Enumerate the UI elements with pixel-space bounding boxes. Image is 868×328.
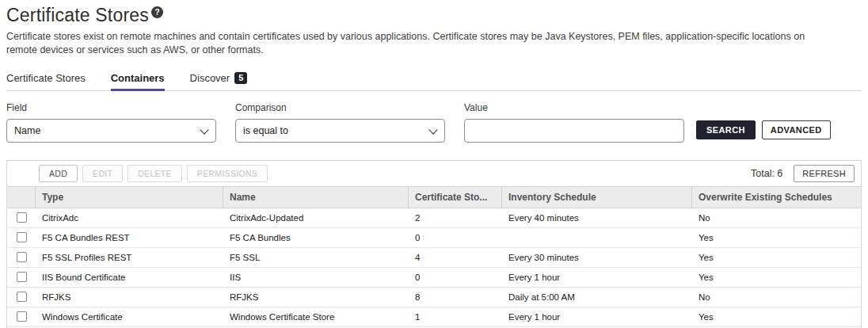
column-header[interactable]: Inventory Schedule: [502, 187, 692, 208]
tab-label: Containers: [111, 72, 165, 84]
table-header: TypeNameCertificate Sto...Inventory Sche…: [7, 186, 861, 208]
page-description: Certificate stores exist on remote machi…: [6, 30, 838, 57]
comparison-label: Comparison: [235, 102, 445, 113]
cell-name: RFJKS: [223, 288, 409, 307]
cell-type: RFJKS: [36, 288, 223, 307]
cell-overwrite: Yes: [692, 268, 861, 287]
discover-count-badge: 5: [234, 72, 247, 84]
tab-bar: Certificate Stores Containers Discover 5: [6, 68, 862, 91]
grid-toolbar: ADD EDIT DELETE PERMISSIONS Total: 6 REF…: [7, 161, 861, 186]
row-checkbox[interactable]: [17, 292, 27, 302]
value-group: Value: [464, 102, 684, 143]
row-checkbox[interactable]: [17, 232, 27, 242]
table-body: CitrixAdcCitrixAdc-Updated2Every 40 minu…: [7, 208, 861, 327]
cell-count: 0: [409, 268, 502, 287]
cell-type: F5 SSL Profiles REST: [36, 248, 223, 267]
comparison-group: Comparison is equal to: [235, 102, 445, 143]
cell-name: F5 CA Bundles: [223, 228, 409, 247]
value-label: Value: [464, 102, 684, 113]
cell-schedule: Every 1 hour: [502, 268, 692, 287]
row-checkbox[interactable]: [17, 252, 27, 262]
field-label: Field: [6, 102, 216, 113]
cell-count: 2: [409, 208, 502, 227]
cell-schedule: Daily at 5:00 AM: [502, 288, 692, 307]
certificate-stores-grid: ADD EDIT DELETE PERMISSIONS Total: 6 REF…: [6, 160, 862, 328]
column-header[interactable]: Certificate Sto...: [409, 187, 502, 208]
column-header[interactable]: Type: [36, 187, 223, 208]
title-row: Certificate Stores ?: [6, 5, 862, 26]
row-checkbox-cell: [7, 307, 36, 326]
cell-count: 8: [409, 288, 502, 307]
cell-schedule: Every 1 hour: [502, 307, 692, 326]
field-select[interactable]: Name: [6, 119, 216, 143]
cell-name: F5 SSL: [223, 248, 409, 267]
table-row[interactable]: Windows CertificateWindows Certificate S…: [7, 307, 861, 327]
page-title: Certificate Stores: [6, 5, 149, 26]
search-button[interactable]: SEARCH: [696, 120, 756, 139]
row-checkbox[interactable]: [17, 272, 27, 282]
cell-count: 4: [409, 248, 502, 267]
column-header[interactable]: Overwrite Existing Schedules: [692, 187, 861, 208]
row-checkbox-cell: [7, 208, 36, 227]
cell-type: F5 CA Bundles REST: [36, 228, 223, 247]
help-icon[interactable]: ?: [151, 6, 163, 18]
tab-label: Certificate Stores: [6, 72, 86, 84]
column-header[interactable]: Name: [223, 187, 409, 208]
cell-overwrite: Yes: [692, 248, 861, 267]
row-checkbox-cell: [7, 288, 36, 307]
cell-type: IIS Bound Certificate: [36, 268, 223, 287]
value-input[interactable]: [464, 119, 684, 143]
cell-overwrite: No: [692, 288, 861, 307]
field-select-wrap: Name: [6, 119, 216, 143]
permissions-button[interactable]: PERMISSIONS: [187, 165, 268, 182]
cell-name: Windows Certificate Store: [223, 307, 409, 326]
field-group: Field Name: [6, 102, 216, 143]
row-checkbox-cell: [7, 228, 36, 247]
tab-containers[interactable]: Containers: [111, 68, 165, 90]
cell-name: CitrixAdc-Updated: [223, 208, 409, 227]
cell-schedule: [502, 228, 692, 247]
table-row[interactable]: CitrixAdcCitrixAdc-Updated2Every 40 minu…: [7, 208, 861, 228]
tab-discover[interactable]: Discover 5: [190, 68, 248, 90]
cell-type: Windows Certificate: [36, 307, 223, 326]
total-count: Total: 6: [751, 168, 782, 179]
table-row[interactable]: RFJKSRFJKS8Daily at 5:00 AMNo: [7, 288, 861, 307]
edit-button[interactable]: EDIT: [82, 165, 123, 182]
row-checkbox[interactable]: [17, 311, 27, 322]
tab-certificate-stores[interactable]: Certificate Stores: [6, 68, 86, 90]
refresh-button[interactable]: REFRESH: [794, 165, 855, 182]
row-checkbox-cell: [7, 248, 36, 267]
cell-schedule: Every 30 minutes: [502, 248, 692, 267]
cell-type: CitrixAdc: [36, 208, 223, 227]
add-button[interactable]: ADD: [39, 165, 78, 182]
cell-overwrite: Yes: [692, 307, 861, 326]
row-checkbox[interactable]: [17, 212, 27, 223]
advanced-button[interactable]: ADVANCED: [762, 120, 831, 139]
comparison-select[interactable]: is equal to: [235, 119, 445, 143]
search-filters: Field Name Comparison is equal to Value …: [6, 102, 862, 143]
cell-count: 0: [409, 228, 502, 247]
cell-overwrite: No: [692, 208, 861, 227]
header-checkbox-cell: [7, 187, 36, 208]
delete-button[interactable]: DELETE: [128, 165, 182, 182]
cell-name: IIS: [223, 268, 409, 287]
table-row[interactable]: F5 SSL Profiles RESTF5 SSL4Every 30 minu…: [7, 248, 861, 268]
comparison-select-wrap: is equal to: [235, 119, 445, 143]
table-row[interactable]: IIS Bound CertificateIIS0Every 1 hourYes: [7, 268, 861, 288]
table-row[interactable]: F5 CA Bundles RESTF5 CA Bundles0Yes: [7, 228, 861, 248]
row-checkbox-cell: [7, 268, 36, 287]
cell-overwrite: Yes: [692, 228, 861, 247]
cell-schedule: Every 40 minutes: [502, 208, 692, 227]
page: Certificate Stores ? Certificate stores …: [0, 0, 868, 328]
tab-label: Discover: [190, 72, 230, 84]
cell-count: 1: [409, 307, 502, 326]
